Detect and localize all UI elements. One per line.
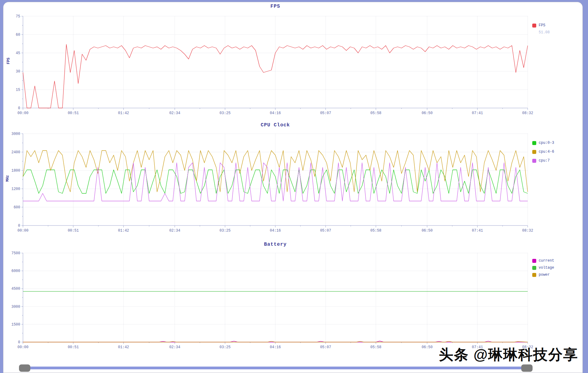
x-tick-label: 05:07 [320,229,331,233]
legend-item-cpu:7[interactable]: cpu:7 [532,159,584,163]
x-tick-label: 00:51 [68,345,79,349]
x-tick-label: 01:42 [118,111,129,115]
x-tick-label: 02:34 [169,229,180,233]
legend-item-cpu:0-3[interactable]: cpu:0-3 [532,141,584,145]
charts-canvas[interactable]: 0153045607500:0000:5101:4202:3403:2504:1… [0,0,588,373]
watermark-text: 头条 @琳琳科技分享 [439,345,578,364]
x-tick-label: 01:42 [118,345,129,349]
x-tick-label: 05:07 [320,345,331,349]
x-tick-label: 08:32 [522,111,533,115]
cpu-chart-title: CPU Clock [23,122,528,128]
y-tick-label: 0 [18,106,20,110]
cpu-clock-plot: 0600120018002400300000:0000:5101:4202:34… [11,132,533,233]
x-tick-label: 04:16 [270,345,281,349]
legend-value: 51.08 [539,30,584,35]
x-tick-label: 02:34 [169,111,180,115]
x-tick-label: 04:16 [270,111,281,115]
y-tick-label: 75 [16,14,20,19]
y-tick-label: 2400 [11,150,20,155]
x-tick-label: 04:16 [270,229,281,233]
legend-item-current[interactable]: current [532,259,584,263]
y-tick-label: 6000 [11,269,20,273]
battery-plot: 01500300045006000750000:0000:5101:4202:3… [11,251,533,349]
legend-item-voltage[interactable]: voltage [532,266,584,270]
x-tick-label: 06:50 [422,111,433,115]
x-tick-label: 06:50 [422,229,433,233]
fps-legend: FPS51.08 [532,23,584,35]
y-tick-label: 15 [16,88,20,92]
y-tick-label: 4500 [11,287,20,291]
legend-label: FPS [539,23,545,28]
legend-swatch [532,273,536,277]
fps-y-axis-title: FPS [6,43,11,79]
y-tick-label: 0 [18,224,20,228]
y-tick-label: 600 [13,205,20,210]
x-tick-label: 00:51 [68,229,79,233]
y-tick-label: 0 [18,340,20,345]
y-tick-label: 60 [16,33,20,37]
x-tick-label: 03:25 [220,229,231,233]
legend-label: power [539,273,550,277]
legend-item-power[interactable]: power [532,273,584,277]
battery-legend: currentvoltagepower [532,259,584,280]
y-tick-label: 1500 [11,323,20,327]
legend-label: cpu:0-3 [539,141,554,145]
legend-swatch [532,259,536,263]
x-tick-label: 01:42 [118,229,129,233]
legend-swatch [532,266,536,270]
legend-label: cpu:7 [539,159,550,163]
legend-swatch [532,24,536,28]
y-tick-label: 1800 [11,169,20,173]
legend-label: cpu:4-6 [539,150,554,154]
legend-swatch [532,150,536,154]
timeline-slider-track[interactable] [25,367,528,369]
legend-label: voltage [539,266,554,270]
x-tick-label: 06:50 [422,345,433,349]
fps-chart-title: FPS [23,4,528,9]
y-tick-label: 1200 [11,187,20,191]
y-tick-label: 45 [16,51,20,55]
y-tick-label: 3000 [11,132,20,136]
timeline-slider-left-handle[interactable] [19,364,30,372]
cpu-legend: cpu:0-3cpu:4-6cpu:7 [532,141,584,167]
x-tick-label: 02:34 [169,345,180,349]
y-tick-label: 30 [16,69,20,74]
x-tick-label: 00:00 [17,229,28,233]
x-tick-label: 03:25 [220,345,231,349]
legend-item-cpu:4-6[interactable]: cpu:4-6 [532,150,584,154]
y-tick-label: 7500 [11,251,20,256]
x-tick-label: 08:32 [522,229,533,233]
x-tick-label: 05:07 [320,111,331,115]
timeline-slider-right-handle[interactable] [521,364,533,372]
x-tick-label: 00:51 [68,111,79,115]
legend-label: current [539,259,554,263]
x-tick-label: 07:41 [472,229,483,233]
x-tick-label: 07:41 [472,111,483,115]
legend-swatch [532,159,536,163]
x-tick-label: 05:58 [370,229,381,233]
x-tick-label: 05:58 [370,345,381,349]
fps-plot: 0153045607500:0000:5101:4202:3403:2504:1… [16,14,533,115]
legend-swatch [532,141,536,145]
x-tick-label: 00:00 [17,345,28,349]
y-tick-label: 3000 [11,305,20,309]
x-tick-label: 00:00 [17,111,28,115]
x-tick-label: 03:25 [220,111,231,115]
cpu-y-axis-title: MHz [6,160,10,197]
x-tick-label: 05:58 [370,111,381,115]
legend-item-FPS[interactable]: FPS [532,23,584,28]
battery-chart-title: Battery [23,242,528,247]
